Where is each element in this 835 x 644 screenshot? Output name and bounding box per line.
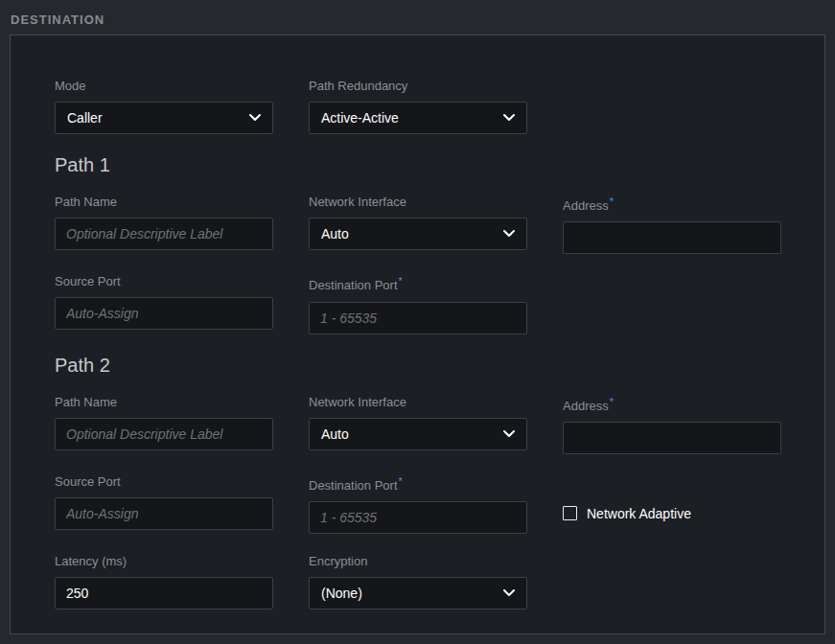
path2-heading: Path 2: [55, 355, 780, 377]
path1-path-name-input[interactable]: [55, 218, 273, 250]
path1-destination-port-input[interactable]: [309, 302, 527, 334]
path2-path-name-label: Path Name: [55, 395, 273, 409]
row-path1-a: Path Name Network Interface Auto Address…: [55, 195, 780, 254]
path2-destination-port-label-text: Destination Port: [309, 478, 398, 493]
required-asterisk: *: [399, 475, 403, 487]
encryption-label: Encryption: [309, 554, 527, 568]
row-path1-b: Source Port Destination Port*: [55, 274, 780, 334]
mode-label: Mode: [55, 79, 273, 93]
path1-address-label-text: Address: [563, 198, 609, 213]
empty-cell: [563, 554, 781, 610]
row-mode: Mode Caller Path Redundancy Active-Activ…: [55, 79, 780, 134]
destination-panel: Mode Caller Path Redundancy Active-Activ…: [10, 34, 825, 634]
path1-path-name-field: Path Name: [55, 195, 273, 254]
path2-source-port-label: Source Port: [55, 474, 273, 489]
path1-destination-port-label-text: Destination Port: [309, 279, 398, 293]
chevron-down-icon: [503, 589, 515, 597]
encryption-field: Encryption (None): [309, 554, 527, 610]
row-path2-a: Path Name Network Interface Auto Address…: [55, 395, 780, 454]
path2-destination-port-label: Destination Port*: [309, 474, 527, 493]
path1-network-interface-label: Network Interface: [309, 195, 527, 209]
path1-destination-port-label: Destination Port*: [309, 274, 527, 292]
latency-input[interactable]: [55, 577, 273, 610]
path2-destination-port-field: Destination Port*: [309, 474, 527, 534]
path2-path-name-input[interactable]: [55, 418, 273, 450]
row-path2-b: Source Port Destination Port* Network Ad…: [55, 474, 780, 534]
mode-field: Mode Caller: [55, 79, 273, 134]
path-redundancy-select-value: Active-Active: [321, 110, 399, 126]
path2-address-label-text: Address: [563, 399, 609, 413]
empty-cell: [563, 274, 781, 334]
path1-address-input[interactable]: [563, 221, 781, 254]
empty-cell: [563, 79, 781, 134]
path-redundancy-label: Path Redundancy: [309, 79, 527, 93]
required-asterisk: *: [610, 196, 614, 207]
required-asterisk: *: [399, 275, 403, 287]
path1-source-port-input[interactable]: [55, 297, 273, 330]
network-adaptive-field: Network Adaptive: [563, 474, 781, 534]
latency-field: Latency (ms): [55, 554, 273, 610]
path2-address-field: Address*: [563, 395, 781, 454]
chevron-down-icon: [503, 430, 515, 438]
path2-network-interface-select[interactable]: Auto: [309, 418, 527, 450]
path-redundancy-select[interactable]: Active-Active: [309, 102, 527, 134]
chevron-down-icon: [249, 114, 261, 122]
page: DESTINATION Mode Caller Path Redundancy …: [0, 0, 835, 644]
row-latency-encryption: Latency (ms) Encryption (None): [55, 554, 780, 610]
path1-network-interface-select[interactable]: Auto: [309, 218, 527, 250]
required-asterisk: *: [610, 396, 614, 407]
path2-source-port-field: Source Port: [55, 474, 273, 534]
network-adaptive-row: Network Adaptive: [563, 497, 781, 530]
path2-network-interface-label: Network Interface: [309, 395, 527, 409]
mode-select-value: Caller: [67, 110, 103, 126]
path2-network-interface-select-value: Auto: [321, 426, 349, 442]
path1-destination-port-field: Destination Port*: [309, 274, 527, 334]
chevron-down-icon: [503, 114, 515, 122]
mode-select[interactable]: Caller: [55, 102, 273, 134]
path2-address-input[interactable]: [563, 422, 781, 454]
path2-address-label: Address*: [563, 395, 781, 413]
path1-source-port-field: Source Port: [55, 274, 273, 334]
path1-network-interface-field: Network Interface Auto: [309, 195, 527, 254]
network-adaptive-label: Network Adaptive: [587, 506, 691, 521]
path1-network-interface-select-value: Auto: [321, 226, 349, 242]
encryption-select[interactable]: (None): [309, 577, 527, 610]
latency-label: Latency (ms): [55, 554, 273, 568]
path1-source-port-label: Source Port: [55, 274, 273, 288]
encryption-select-value: (None): [321, 586, 362, 601]
path2-destination-port-input[interactable]: [309, 501, 527, 534]
path1-address-field: Address*: [563, 195, 781, 254]
path2-source-port-input[interactable]: [55, 497, 273, 530]
section-title: DESTINATION: [11, 12, 825, 27]
path2-path-name-field: Path Name: [55, 395, 273, 454]
network-adaptive-checkbox[interactable]: [563, 506, 577, 520]
path1-address-label: Address*: [563, 195, 781, 213]
path2-network-interface-field: Network Interface Auto: [309, 395, 527, 454]
path1-path-name-label: Path Name: [55, 195, 273, 209]
chevron-down-icon: [503, 230, 515, 238]
path1-heading: Path 1: [55, 154, 780, 176]
path-redundancy-field: Path Redundancy Active-Active: [309, 79, 527, 134]
